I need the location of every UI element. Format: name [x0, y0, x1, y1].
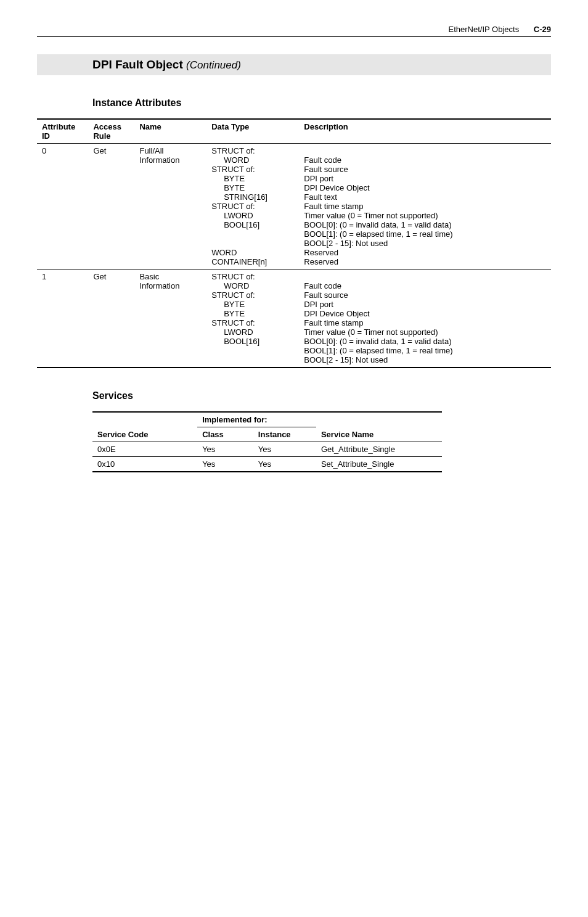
col-implemented-for: Implemented for: [197, 412, 316, 427]
desc-line: BOOL[0]: (0 = invalid data, 1 = valid da… [304, 220, 451, 229]
dt-line: BOOL[16] [211, 337, 294, 346]
dt-line: BOOL[16] [211, 220, 294, 229]
dt-line: BYTE [211, 174, 294, 183]
cell-name: Full/All Information [134, 144, 206, 269]
cell-instance: Yes [253, 457, 316, 472]
dt-line: BYTE [211, 309, 294, 318]
dt-line: CONTAINER[n] [211, 257, 267, 266]
cell-data-type: STRUCT of: WORD STRUCT of: BYTE BYTE STR… [206, 144, 299, 269]
instance-attributes-heading: Instance Attributes [92, 97, 551, 109]
instance-attributes-table: Attribute ID Access Rule Name Data Type … [37, 118, 551, 368]
cell-name: Set_Attribute_Single [316, 457, 442, 472]
table-row: 0x0E Yes Yes Get_Attribute_Single [92, 442, 442, 457]
desc-line: BOOL[1]: (0 = elapsed time, 1 = real tim… [304, 346, 452, 355]
desc-line: Fault source [304, 290, 348, 300]
col-instance: Instance [253, 427, 316, 442]
desc-line: BOOL[0]: (0 = invalid data, 1 = valid da… [304, 337, 451, 346]
cell-access: Get [88, 269, 134, 368]
dt-line: STRUCT of: [211, 165, 255, 174]
dt-line: BYTE [211, 300, 294, 309]
section-title-continued: (Continued) [186, 59, 241, 71]
desc-line: DPI port [304, 174, 333, 183]
desc-line: BOOL[2 - 15]: Not used [304, 239, 388, 248]
desc-line: Timer value (0 = Timer not supported) [304, 211, 438, 220]
dt-line: WORD [211, 155, 294, 165]
dt-line: STRUCT of: [211, 318, 255, 327]
desc-line: Fault code [304, 155, 341, 165]
col-description: Description [299, 119, 551, 144]
col-attribute-id: Attribute ID [37, 119, 88, 144]
services-table: Implemented for: Service Code Class Inst… [92, 411, 442, 472]
col-name: Name [134, 119, 206, 144]
section-title-main: DPI Fault Object [92, 58, 183, 71]
cell-code: 0x10 [92, 457, 197, 472]
section-title: DPI Fault Object (Continued) [37, 54, 551, 75]
name-line: Information [139, 281, 179, 290]
desc-line: BOOL[1]: (0 = elapsed time, 1 = real tim… [304, 229, 452, 239]
dt-line: STRUCT of: [211, 146, 255, 155]
col-class: Class [197, 427, 253, 442]
cell-attr-id: 1 [37, 269, 88, 368]
desc-line: Fault source [304, 165, 348, 174]
cell-name: Basic Information [134, 269, 206, 368]
dt-line: LWORD [211, 211, 294, 220]
desc-line: Reserved [304, 248, 338, 257]
table-row: 0 Get Full/All Information STRUCT of: WO… [37, 144, 551, 269]
desc-line: BOOL[2 - 15]: Not used [304, 355, 388, 364]
name-line: Information [139, 155, 179, 165]
cell-access: Get [88, 144, 134, 269]
services-heading: Services [92, 390, 551, 401]
desc-line: DPI port [304, 300, 333, 309]
desc-line: Fault time stamp [304, 318, 363, 327]
cell-class: Yes [197, 442, 253, 457]
dt-line: BYTE [211, 183, 294, 192]
desc-line: Reserved [304, 257, 338, 266]
dt-line: STRUCT of: [211, 202, 255, 211]
desc-line: Fault code [304, 281, 341, 290]
col-service-code: Service Code [92, 427, 197, 442]
cell-code: 0x0E [92, 442, 197, 457]
cell-description: Fault code Fault source DPI port DPI Dev… [299, 269, 551, 368]
chapter-name: EtherNet/IP Objects [449, 25, 520, 34]
dt-line: STRING[16] [211, 192, 294, 202]
dt-line: STRUCT of: [211, 290, 255, 300]
cell-attr-id: 0 [37, 144, 88, 269]
cell-name: Get_Attribute_Single [316, 442, 442, 457]
cell-description: Fault code Fault source DPI port DPI Dev… [299, 144, 551, 269]
desc-line: DPI Device Object [304, 309, 369, 318]
table-row: 1 Get Basic Information STRUCT of: WORD … [37, 269, 551, 368]
dt-line: WORD [211, 281, 294, 290]
desc-line: Timer value (0 = Timer not supported) [304, 327, 438, 337]
name-line: Full/All [139, 146, 163, 155]
desc-line: Fault text [304, 192, 337, 202]
desc-line: Fault time stamp [304, 202, 363, 211]
col-access-rule: Access Rule [88, 119, 134, 144]
cell-instance: Yes [253, 442, 316, 457]
page-number: C-29 [534, 25, 551, 34]
dt-line: WORD [211, 248, 237, 257]
table-row: 0x10 Yes Yes Set_Attribute_Single [92, 457, 442, 472]
col-data-type: Data Type [206, 119, 299, 144]
dt-line: LWORD [211, 327, 294, 337]
cell-data-type: STRUCT of: WORD STRUCT of: BYTE BYTE STR… [206, 269, 299, 368]
col-service-name: Service Name [316, 427, 442, 442]
dt-line: STRUCT of: [211, 272, 255, 281]
name-line: Basic [139, 272, 159, 281]
cell-class: Yes [197, 457, 253, 472]
page-header: EtherNet/IP Objects C-29 [37, 25, 551, 37]
desc-line: DPI Device Object [304, 183, 369, 192]
